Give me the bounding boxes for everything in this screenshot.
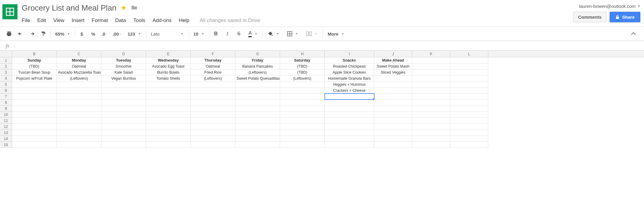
cell-F10[interactable] (191, 112, 235, 118)
cell-L2[interactable] (450, 63, 488, 69)
cell-J13[interactable] (374, 130, 412, 136)
cell-I9[interactable] (325, 106, 374, 112)
decrease-decimal-button[interactable]: .0← (101, 30, 108, 38)
row-header-5[interactable]: 5 (0, 81, 12, 88)
fill-color-dropdown[interactable]: ▼ (266, 31, 281, 37)
cell-D13[interactable] (101, 130, 146, 136)
cell-E10[interactable] (146, 112, 191, 118)
row-header-2[interactable]: 2 (0, 63, 12, 69)
cell-L15[interactable] (450, 142, 488, 148)
cell-D5[interactable] (101, 81, 146, 88)
cell-J3[interactable]: Sliced Veggies (374, 69, 412, 75)
cell-G4[interactable]: Sweet Potato Quesadillas (235, 75, 280, 81)
cell-G12[interactable] (235, 124, 280, 130)
cell-F5[interactable] (191, 81, 235, 88)
cell-C5[interactable] (57, 81, 101, 88)
cell-J12[interactable] (374, 124, 412, 130)
cell-J7[interactable] (374, 94, 412, 100)
row-header-9[interactable]: 9 (0, 106, 12, 112)
cell-F13[interactable] (191, 130, 235, 136)
cell-C4[interactable]: (Leftovers) (57, 75, 101, 81)
cell-F8[interactable] (191, 100, 235, 106)
cell-H15[interactable] (280, 142, 325, 148)
col-header-I[interactable]: I (325, 51, 374, 57)
folder-icon[interactable] (131, 5, 138, 11)
col-header-C[interactable]: C (57, 51, 101, 57)
cell-K8[interactable] (412, 100, 450, 106)
cell-L9[interactable] (450, 106, 488, 112)
number-format-dropdown[interactable]: 123 ▼ (126, 31, 143, 37)
cell-J5[interactable] (374, 81, 412, 88)
row-header-4[interactable]: 4 (0, 75, 12, 81)
cell-F14[interactable] (191, 136, 235, 142)
cell-L13[interactable] (450, 130, 488, 136)
cell-D9[interactable] (101, 106, 146, 112)
redo-icon[interactable] (28, 30, 36, 38)
cell-F2[interactable]: Oatmeal (191, 63, 235, 69)
cell-E5[interactable] (146, 81, 191, 88)
cell-E1[interactable]: Wednesday (146, 57, 191, 63)
merge-dropdown[interactable]: ▼ (304, 31, 320, 37)
more-toolbar-dropdown[interactable]: More ▼ (326, 31, 346, 37)
cell-H2[interactable]: (TBD) (280, 63, 325, 69)
document-title[interactable]: Grocery List and Meal Plan (22, 3, 116, 13)
menu-view[interactable]: View (53, 18, 65, 24)
spreadsheet-grid[interactable]: BCDEFGHIJKL1SundayMondayTuesdayWednesday… (0, 51, 644, 148)
cell-D7[interactable] (101, 94, 146, 100)
cell-I13[interactable] (325, 130, 374, 136)
cell-H3[interactable]: (TBD) (280, 69, 325, 75)
cell-K1[interactable] (412, 57, 450, 63)
cell-G14[interactable] (235, 136, 280, 142)
cell-J11[interactable] (374, 118, 412, 124)
cell-B15[interactable] (12, 142, 57, 148)
cell-B11[interactable] (12, 118, 57, 124)
cell-F9[interactable] (191, 106, 235, 112)
cell-K4[interactable] (412, 75, 450, 81)
cell-I2[interactable]: Roasted Chickpeas (325, 63, 374, 69)
cell-E13[interactable] (146, 130, 191, 136)
cell-F1[interactable]: Thursday (191, 57, 235, 63)
cell-D3[interactable]: Kale Salad (101, 69, 146, 75)
cell-F7[interactable] (191, 94, 235, 100)
cell-B6[interactable] (12, 88, 57, 94)
cell-L12[interactable] (450, 124, 488, 130)
cell-B14[interactable] (12, 136, 57, 142)
cell-I15[interactable] (325, 142, 374, 148)
formula-input[interactable] (15, 41, 644, 50)
cell-L10[interactable] (450, 112, 488, 118)
cell-G2[interactable]: Banana Pancakes (235, 63, 280, 69)
cell-L6[interactable] (450, 88, 488, 94)
cell-D15[interactable] (101, 142, 146, 148)
cell-F11[interactable] (191, 118, 235, 124)
cell-I10[interactable] (325, 112, 374, 118)
cell-G11[interactable] (235, 118, 280, 124)
cell-K5[interactable] (412, 81, 450, 88)
cell-J2[interactable]: Sweet Potato Mash (374, 63, 412, 69)
sheets-logo[interactable] (2, 4, 18, 19)
cell-C12[interactable] (57, 124, 101, 130)
cell-G3[interactable]: (Leftovers) (235, 69, 280, 75)
cell-D10[interactable] (101, 112, 146, 118)
cell-B4[interactable]: Popcorn w/Fruit Plate (12, 75, 57, 81)
row-header-3[interactable]: 3 (0, 69, 12, 75)
cell-E9[interactable] (146, 106, 191, 112)
cell-B8[interactable] (12, 100, 57, 106)
star-icon[interactable]: ★ (121, 4, 127, 12)
cell-E12[interactable] (146, 124, 191, 130)
cell-D1[interactable]: Tuesday (101, 57, 146, 63)
cell-H7[interactable] (280, 94, 325, 100)
zoom-dropdown[interactable]: 65% ▼ (53, 31, 72, 37)
cell-C7[interactable] (57, 94, 101, 100)
cell-L4[interactable] (450, 75, 488, 81)
cell-I8[interactable] (325, 100, 374, 106)
row-header-1[interactable]: 1 (0, 57, 12, 63)
menu-tools[interactable]: Tools (133, 18, 145, 24)
cell-K10[interactable] (412, 112, 450, 118)
cell-L11[interactable] (450, 118, 488, 124)
cell-E8[interactable] (146, 100, 191, 106)
cell-H11[interactable] (280, 118, 325, 124)
cell-B3[interactable]: Tuscan Bean Soup (12, 69, 57, 75)
cell-B5[interactable] (12, 81, 57, 88)
cell-G6[interactable] (235, 88, 280, 94)
cell-E4[interactable]: Tomato Shells (146, 75, 191, 81)
